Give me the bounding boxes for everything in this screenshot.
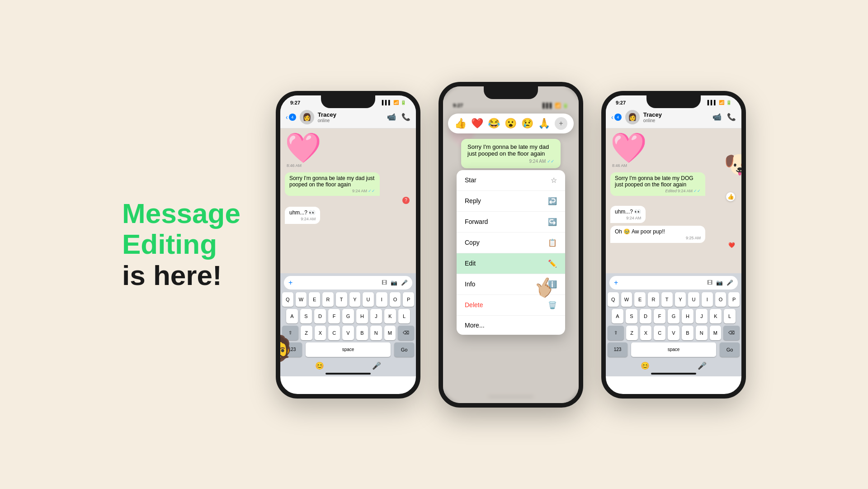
- reaction-thumbsup[interactable]: 👍: [454, 118, 467, 129]
- key-u[interactable]: U: [363, 292, 374, 307]
- message-bubble-left: uhm...? 👀 9:24 AM: [285, 207, 320, 224]
- key-n[interactable]: N: [370, 326, 382, 340]
- key-o[interactable]: O: [390, 292, 401, 307]
- phone3-key-m[interactable]: M: [710, 326, 722, 340]
- phone3-key-e[interactable]: E: [634, 292, 646, 307]
- menu-item-edit[interactable]: Edit ✏️: [457, 253, 565, 274]
- reaction-heart[interactable]: ❤️: [471, 118, 483, 129]
- message-time-1: 9:24 AM ✓✓: [289, 189, 375, 193]
- key-x[interactable]: X: [315, 326, 326, 340]
- key-d[interactable]: D: [314, 309, 326, 323]
- phone3-key-x[interactable]: X: [640, 326, 652, 340]
- key-v[interactable]: V: [342, 326, 354, 340]
- phone3-key-l[interactable]: L: [724, 309, 736, 323]
- key-s[interactable]: S: [300, 309, 312, 323]
- phone3-emoji-icon[interactable]: 😊: [641, 361, 650, 370]
- phone3-contact-avatar: 👩: [625, 110, 640, 124]
- phone3-key-w[interactable]: W: [621, 292, 632, 307]
- plus-icon[interactable]: +: [288, 279, 292, 287]
- key-g[interactable]: G: [342, 309, 354, 323]
- phone3-plus-icon[interactable]: +: [614, 279, 618, 287]
- reaction-cry[interactable]: 😢: [521, 118, 533, 129]
- phone3-key-t[interactable]: T: [661, 292, 673, 307]
- back-button[interactable]: ‹ 4: [286, 114, 296, 121]
- key-a[interactable]: A: [286, 309, 298, 323]
- phone3-sticker-icon[interactable]: 🎞: [707, 280, 712, 286]
- phone3-key-i[interactable]: I: [702, 292, 713, 307]
- phone3-key-q[interactable]: Q: [608, 292, 619, 307]
- phone3-key-shift[interactable]: ⇧: [608, 326, 624, 340]
- phone3-key-a[interactable]: A: [612, 309, 623, 323]
- phone3-key-go[interactable]: Go: [720, 342, 740, 357]
- phone3-key-y[interactable]: Y: [675, 292, 686, 307]
- phone3-key-c[interactable]: C: [654, 326, 665, 340]
- key-t[interactable]: T: [336, 292, 347, 307]
- key-q[interactable]: Q: [282, 292, 293, 307]
- phone3-key-n[interactable]: N: [696, 326, 708, 340]
- key-space[interactable]: space: [306, 342, 391, 357]
- key-e[interactable]: E: [309, 292, 320, 307]
- phone3-key-v[interactable]: V: [668, 326, 679, 340]
- key-h[interactable]: H: [356, 309, 368, 323]
- menu-item-star[interactable]: Star ☆: [457, 170, 565, 191]
- phone3-microphone-icon[interactable]: 🎤: [698, 361, 707, 370]
- key-z[interactable]: Z: [301, 326, 312, 340]
- menu-item-copy[interactable]: Copy 📋: [457, 233, 565, 253]
- phone3-key-j[interactable]: J: [696, 309, 708, 323]
- reaction-more[interactable]: +: [555, 117, 567, 130]
- key-r[interactable]: R: [322, 292, 334, 307]
- phone3-video-call-icon[interactable]: 📹: [712, 113, 722, 121]
- reaction-pray[interactable]: 🙏: [538, 118, 550, 129]
- emoji-icon[interactable]: 😊: [315, 361, 324, 370]
- camera-icon[interactable]: 📷: [391, 280, 397, 286]
- phone3-key-p[interactable]: P: [728, 292, 740, 307]
- key-m[interactable]: M: [384, 326, 396, 340]
- menu-item-reply[interactable]: Reply ↩️: [457, 191, 565, 212]
- key-k[interactable]: K: [384, 309, 396, 323]
- reaction-laugh[interactable]: 😂: [488, 118, 500, 129]
- key-p[interactable]: P: [403, 292, 414, 307]
- key-c[interactable]: C: [328, 326, 340, 340]
- menu-item-forward[interactable]: Forward ↪️: [457, 212, 565, 233]
- reaction-wow[interactable]: 😮: [505, 118, 517, 129]
- phone3-message-text-uhm: uhm...? 👀: [615, 209, 641, 215]
- key-l[interactable]: L: [398, 309, 410, 323]
- key-w[interactable]: W: [296, 292, 307, 307]
- phone3-key-space[interactable]: space: [631, 342, 716, 357]
- phone3-phone-call-icon[interactable]: 📞: [727, 113, 736, 121]
- phone-call-icon[interactable]: 📞: [401, 113, 410, 121]
- key-b[interactable]: B: [356, 326, 368, 340]
- phone3-mic-icon[interactable]: 🎤: [726, 280, 733, 286]
- phone3-key-s[interactable]: S: [626, 309, 637, 323]
- key-y[interactable]: Y: [349, 292, 361, 307]
- phone3-back-button[interactable]: ‹ 4: [611, 114, 622, 121]
- microphone-icon[interactable]: 🎤: [372, 361, 381, 370]
- phone3-key-g[interactable]: G: [668, 309, 679, 323]
- sticker-icon[interactable]: 🎞: [382, 280, 387, 286]
- key-f[interactable]: F: [328, 309, 340, 323]
- phone3-key-d[interactable]: D: [640, 309, 651, 323]
- phone3-input-bar[interactable]: + 🎞 📷 🎤: [609, 276, 738, 290]
- video-call-icon[interactable]: 📹: [387, 113, 396, 121]
- phone3-back-chevron: ‹: [611, 114, 613, 121]
- key-j[interactable]: J: [370, 309, 382, 323]
- phone3-key-f[interactable]: F: [654, 309, 665, 323]
- phone-2: 🩷 9:27 ▌▌▌ 📶 🔋 👍 ❤️ 😂 😮 😢 🙏 + Sorry I'm …: [439, 82, 583, 408]
- phone3-key-delete[interactable]: ⌫: [723, 326, 740, 340]
- key-delete[interactable]: ⌫: [398, 326, 414, 340]
- phone3-key-h[interactable]: H: [682, 309, 693, 323]
- phone3-key-o[interactable]: O: [715, 292, 726, 307]
- phone3-key-u[interactable]: U: [688, 292, 699, 307]
- key-i[interactable]: I: [376, 292, 387, 307]
- mic-icon[interactable]: 🎤: [401, 280, 408, 286]
- phone3-key-123[interactable]: 123: [608, 342, 627, 357]
- phone3-key-z[interactable]: Z: [626, 326, 638, 340]
- menu-item-more[interactable]: More...: [457, 316, 565, 335]
- phone3-key-k[interactable]: K: [710, 309, 722, 323]
- key-go[interactable]: Go: [394, 342, 414, 357]
- phone3-camera-icon[interactable]: 📷: [716, 280, 723, 286]
- phone3-key-r[interactable]: R: [648, 292, 659, 307]
- input-bar[interactable]: + 🎞 📷 🎤: [284, 276, 412, 290]
- phone3-home-bar: [651, 373, 696, 375]
- phone3-key-b[interactable]: B: [682, 326, 693, 340]
